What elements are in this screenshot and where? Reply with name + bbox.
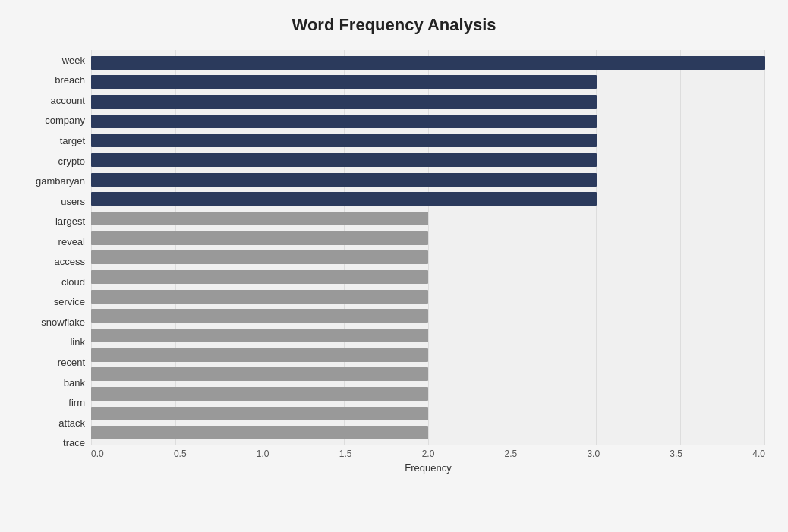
x-tick: 1.0 — [257, 449, 269, 459]
y-label: week — [62, 50, 85, 71]
x-tick: 2.0 — [422, 449, 435, 459]
chart-title: Word Frequency Analysis — [23, 15, 765, 35]
bar — [91, 426, 428, 439]
y-label: service — [54, 292, 85, 313]
bar-row — [91, 150, 765, 170]
x-tick: 2.5 — [505, 449, 518, 459]
y-label: bank — [64, 373, 85, 393]
bar — [91, 290, 428, 304]
y-label: users — [61, 191, 85, 212]
x-tick: 1.5 — [339, 449, 352, 459]
y-label: company — [45, 111, 85, 131]
bar-row — [91, 228, 765, 248]
y-labels: weekbreachaccountcompanytargetcryptogamb… — [23, 50, 91, 476]
bar-row — [91, 190, 765, 209]
x-tick: 0.5 — [174, 449, 187, 459]
bar-row — [91, 423, 765, 442]
bar-row — [91, 92, 765, 112]
x-tick: 3.0 — [587, 449, 600, 459]
y-label: reveal — [58, 231, 85, 252]
bar-row — [91, 170, 765, 190]
bar-row — [91, 112, 765, 131]
bar — [91, 367, 428, 381]
bar — [91, 348, 428, 362]
y-label: gambaryan — [36, 171, 85, 191]
bar-row — [91, 209, 765, 228]
bar — [91, 212, 428, 225]
bar-row — [91, 73, 765, 93]
chart-area: weekbreachaccountcompanytargetcryptogamb… — [23, 50, 765, 476]
bars-inner — [91, 50, 765, 445]
x-ticks: 0.00.51.01.52.02.53.03.54.0 — [91, 445, 765, 459]
bar — [91, 407, 428, 420]
bar — [91, 134, 597, 147]
bar-row — [91, 345, 765, 365]
y-label: snowflake — [41, 312, 85, 332]
x-tick: 0.0 — [91, 449, 104, 459]
x-tick: 4.0 — [752, 449, 765, 459]
y-label: firm — [68, 392, 85, 413]
y-label: largest — [55, 211, 85, 231]
bar-row — [91, 307, 765, 326]
bar-row — [91, 248, 765, 268]
bars-area — [91, 50, 765, 445]
y-label: target — [60, 131, 85, 151]
bar-row — [91, 326, 765, 345]
bar — [91, 309, 428, 323]
y-label: attack — [58, 413, 85, 433]
y-label: cloud — [61, 272, 85, 292]
bar-row — [91, 287, 765, 307]
bar — [91, 231, 428, 245]
chart-container: Word Frequency Analysis weekbreachaccoun… — [0, 0, 788, 532]
bar-row — [91, 365, 765, 385]
bar — [91, 95, 597, 109]
y-label: link — [70, 332, 85, 353]
bar — [91, 75, 597, 89]
bar-row — [91, 384, 765, 404]
bar — [91, 115, 597, 128]
y-label: breach — [55, 71, 85, 91]
y-label: trace — [63, 433, 85, 453]
y-label: access — [55, 251, 85, 272]
bar-row — [91, 267, 765, 287]
bar — [91, 173, 597, 187]
bar-row — [91, 404, 765, 423]
bar — [91, 270, 428, 284]
y-label: account — [50, 90, 85, 111]
bar-row — [91, 53, 765, 73]
bar — [91, 250, 428, 264]
x-axis: 0.00.51.01.52.02.53.03.54.0 Frequency — [91, 445, 765, 476]
y-label: recent — [58, 352, 85, 373]
x-axis-label: Frequency — [91, 462, 765, 474]
bar — [91, 192, 597, 206]
bar — [91, 56, 765, 70]
bar — [91, 329, 428, 342]
x-tick: 3.5 — [670, 449, 682, 459]
bar — [91, 387, 428, 401]
bar — [91, 153, 597, 167]
y-label: crypto — [58, 151, 85, 172]
bars-and-xaxis: 0.00.51.01.52.02.53.03.54.0 Frequency — [91, 50, 765, 476]
bar-row — [91, 131, 765, 151]
